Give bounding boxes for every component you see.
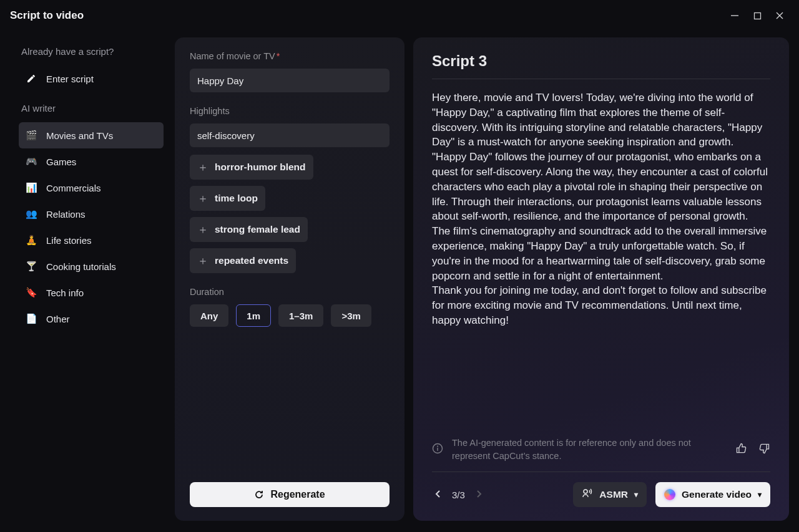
sidebar-item-movies-and-tvs[interactable]: 🎬Movies and TVs	[19, 122, 164, 148]
pager: 3/3	[432, 487, 485, 503]
script-panel: Script 3 Hey there, movie and TV lovers!…	[413, 37, 789, 521]
form-panel: Name of movie or TV* Highlights self-dis…	[175, 37, 404, 521]
plus-icon: ＋	[197, 193, 208, 204]
pager-next-button[interactable]	[473, 487, 485, 503]
thumbs-down-button[interactable]	[758, 442, 770, 457]
category-icon: 🍸	[25, 260, 37, 273]
sidebar-item-relations[interactable]: 👥Relations	[19, 201, 164, 227]
suggestion-chip-label: time loop	[215, 193, 258, 204]
pager-prev-button[interactable]	[432, 487, 444, 503]
script-paragraph: The film's cinematography and soundtrack…	[432, 224, 770, 283]
category-icon: 📊	[25, 181, 37, 194]
info-icon	[432, 443, 443, 456]
highlights-input[interactable]: self-discovery	[190, 123, 390, 147]
sidebar-item-cooking-tutorials[interactable]: 🍸Cooking tutorials	[19, 253, 164, 279]
divider	[432, 79, 770, 79]
suggestion-chip[interactable]: ＋time loop	[190, 186, 265, 211]
duration-option[interactable]: 1m	[236, 304, 271, 327]
ai-writer-section-label: AI writer	[21, 103, 164, 114]
duration-option[interactable]: >3m	[331, 304, 371, 327]
category-icon: 🔖	[25, 286, 37, 299]
category-icon: 👥	[25, 208, 37, 220]
regenerate-button[interactable]: Regenerate	[190, 482, 390, 507]
category-icon: 🎮	[25, 155, 37, 168]
script-paragraph: "Happy Day" follows the journey of our p…	[432, 150, 770, 224]
suggestion-chip-label: strong female lead	[215, 224, 300, 235]
thumbs-up-button[interactable]	[735, 442, 748, 457]
sidebar-item-label: Cooking tutorials	[46, 261, 116, 272]
sidebar-item-commercials[interactable]: 📊Commercials	[19, 175, 164, 201]
sidebar-item-label: Other	[46, 314, 70, 324]
generate-video-button[interactable]: Generate video ▾	[655, 482, 770, 507]
suggestion-chip[interactable]: ＋strong female lead	[190, 217, 308, 242]
window-controls	[730, 11, 784, 20]
script-title: Script 3	[432, 52, 770, 70]
footer-row: 3/3 ASMR ▾ Generate video ▾	[432, 482, 770, 507]
window-title: Script to video	[10, 9, 84, 22]
disclaimer-row: The AI-generated content is for referenc…	[432, 434, 770, 463]
app-body: Already have a script? Enter script AI w…	[0, 31, 799, 532]
script-body: Hey there, movie and TV lovers! Today, w…	[432, 90, 770, 428]
duration-option[interactable]: 1–3m	[278, 304, 323, 327]
pager-display: 3/3	[452, 490, 465, 500]
suggestion-chip[interactable]: ＋repeated events	[190, 248, 296, 273]
name-label: Name of movie or TV*	[190, 51, 390, 61]
duration-option[interactable]: Any	[190, 304, 228, 327]
highlights-label: Highlights	[190, 106, 390, 116]
pencil-icon	[25, 72, 37, 85]
chevron-down-icon: ▾	[634, 490, 638, 499]
category-icon: 🎬	[25, 129, 37, 142]
ai-orb-icon	[664, 489, 675, 500]
titlebar: Script to video	[0, 0, 799, 31]
plus-icon: ＋	[197, 255, 208, 266]
duration-row: Any1m1–3m>3m	[190, 304, 390, 327]
sidebar-item-label: Commercials	[46, 183, 101, 193]
enter-script-label: Enter script	[46, 74, 94, 84]
chevron-down-icon: ▾	[758, 490, 762, 499]
sidebar-item-label: Relations	[46, 209, 86, 220]
script-paragraph: Thank you for joining me today, and don'…	[432, 283, 770, 327]
suggestion-chip[interactable]: ＋horror-humor blend	[190, 155, 313, 180]
category-icon: 🧘	[25, 234, 37, 246]
sidebar-item-games[interactable]: 🎮Games	[19, 148, 164, 175]
duration-label: Duration	[190, 287, 390, 297]
plus-icon: ＋	[197, 224, 208, 235]
plus-icon: ＋	[197, 162, 208, 173]
voice-select-button[interactable]: ASMR ▾	[573, 482, 647, 507]
sidebar-item-other[interactable]: 📄Other	[19, 306, 164, 332]
enter-script-button[interactable]: Enter script	[19, 65, 164, 92]
suggestion-list: ＋horror-humor blend＋time loop＋strong fem…	[190, 155, 390, 273]
sidebar-item-label: Life stories	[46, 235, 92, 246]
suggestion-chip-label: repeated events	[215, 255, 288, 266]
minimize-button[interactable]	[730, 11, 739, 20]
maximize-button[interactable]	[753, 11, 762, 20]
movie-name-input[interactable]	[190, 69, 390, 92]
script-paragraph: Hey there, movie and TV lovers! Today, w…	[432, 90, 770, 150]
svg-rect-6	[437, 448, 438, 451]
already-have-script-label: Already have a script?	[21, 46, 164, 57]
feedback-buttons	[735, 442, 770, 457]
sidebar-item-label: Movies and TVs	[46, 130, 113, 141]
refresh-icon	[254, 490, 264, 500]
category-icon: 📄	[25, 312, 37, 325]
suggestion-chip-label: horror-humor blend	[215, 162, 306, 173]
sidebar: Already have a script? Enter script AI w…	[6, 37, 166, 521]
sidebar-item-life-stories[interactable]: 🧘Life stories	[19, 227, 164, 253]
svg-point-7	[584, 490, 587, 493]
divider	[432, 472, 770, 472]
sidebar-item-label: Tech info	[46, 288, 84, 298]
voice-icon	[582, 488, 593, 501]
svg-point-5	[437, 446, 438, 447]
svg-rect-1	[754, 12, 760, 19]
close-button[interactable]	[775, 11, 784, 20]
sidebar-item-label: Games	[46, 157, 76, 167]
disclaimer-text: The AI-generated content is for referenc…	[452, 437, 727, 463]
sidebar-item-tech-info[interactable]: 🔖Tech info	[19, 279, 164, 306]
